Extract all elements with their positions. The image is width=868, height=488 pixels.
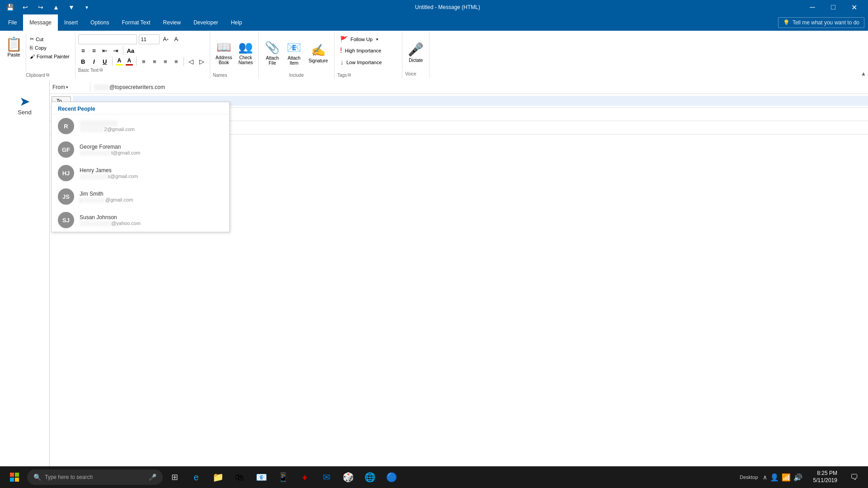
decrease-list-button[interactable]: ◁ <box>186 56 196 66</box>
tab-file[interactable]: File <box>2 14 23 31</box>
check-names-button[interactable]: 👥 CheckNames <box>236 34 255 70</box>
dictate-button[interactable]: 🎤 Dictate <box>405 34 426 70</box>
email-taskbar-icon: 📧 <box>256 472 267 483</box>
save-button[interactable]: 💾 <box>4 1 16 14</box>
tab-options[interactable]: Options <box>84 14 115 31</box>
titlebar: 💾 ↩ ↪ ▲ ▼ ▼ Untitled - Message (HTML) ─ … <box>0 0 868 14</box>
svg-rect-1 <box>15 473 19 477</box>
notification-button[interactable]: 🗨 <box>844 467 864 487</box>
send-button[interactable]: ➤ Send <box>9 89 40 120</box>
decrease-indent-button[interactable]: ⇤ <box>100 46 110 56</box>
numbered-list-button[interactable]: ≡ <box>89 46 99 56</box>
increase-list-button[interactable]: ▷ <box>197 56 207 66</box>
autocomplete-item-3[interactable]: HJ Henry James ░░░░░░░░s@gmail.com <box>52 161 229 185</box>
cut-button[interactable]: ✂ Cut <box>28 35 71 43</box>
app11-button[interactable]: 🔵 <box>382 467 401 487</box>
edge-button[interactable]: e <box>186 467 206 487</box>
email-taskbar-button[interactable]: 📧 <box>251 467 271 487</box>
font-size-select[interactable] <box>139 34 160 44</box>
tags-buttons: 🚩 Follow Up ▾ ! High Importance ↓ Low Im… <box>337 34 399 71</box>
tell-me-field[interactable]: 💡 Tell me what you want to do <box>778 17 864 28</box>
tab-format-text[interactable]: Format Text <box>115 14 156 31</box>
ribbon-collapse-button[interactable]: ▲ <box>859 69 868 79</box>
align-left-button[interactable]: ≡ <box>139 56 149 66</box>
bold-button[interactable]: B <box>78 56 88 66</box>
underline-button[interactable]: U <box>100 56 110 66</box>
high-importance-button[interactable]: ! High Importance <box>337 45 399 56</box>
increase-indent-button[interactable]: ⇥ <box>111 46 121 56</box>
taskbar-clock[interactable]: 8:25 PM 5/11/2019 <box>810 470 841 484</box>
app7-button[interactable]: ♦ <box>295 467 315 487</box>
follow-up-button[interactable]: 🚩 Follow Up ▾ <box>337 34 399 44</box>
autocomplete-item-1[interactable]: R ░░░░░░░░░░ ░░░░░░░2@gmail.com <box>52 114 229 138</box>
decrease-font-size-button[interactable]: A- <box>172 35 181 44</box>
down-arrow-button[interactable]: ▼ <box>65 1 78 14</box>
people-icon[interactable]: 👤 <box>770 473 779 482</box>
justify-button[interactable]: ≡ <box>171 56 181 66</box>
explorer-button[interactable]: 📁 <box>208 467 228 487</box>
taskbar-search[interactable]: 🔍 Type here to search 🎤 <box>27 469 163 485</box>
minimize-button[interactable]: ─ <box>802 0 823 14</box>
tags-expand-icon[interactable]: ⧉ <box>348 72 351 78</box>
autocomplete-item-5[interactable]: SJ Susan Johnson ░░░░░░░░░@yahoo.com <box>52 208 229 232</box>
tab-insert[interactable]: Insert <box>58 14 84 31</box>
phone-button[interactable]: 📱 <box>273 467 293 487</box>
from-dropdown-icon: ▾ <box>66 85 68 89</box>
maximize-button[interactable]: □ <box>823 0 844 14</box>
align-right-button[interactable]: ≡ <box>160 56 170 66</box>
high-importance-label: High Importance <box>345 48 382 53</box>
font-color-button[interactable]: A <box>125 57 134 66</box>
tab-help[interactable]: Help <box>225 14 249 31</box>
from-dropdown[interactable]: From ▾ <box>50 82 90 92</box>
highlight-color-button[interactable]: A <box>115 57 124 66</box>
app9-button[interactable]: 🎲 <box>338 467 358 487</box>
tab-review[interactable]: Review <box>157 14 187 31</box>
store-button[interactable]: 🛍 <box>230 467 250 487</box>
clipboard-expand-icon[interactable]: ⧉ <box>46 72 49 78</box>
start-button[interactable] <box>4 466 25 488</box>
signature-button[interactable]: ✍ Signature <box>306 34 330 72</box>
address-book-label: AddressBook <box>216 55 232 65</box>
from-row: From ▾ ░░░░@topsecretwriters.com <box>50 80 868 94</box>
dictate-label: Dictate <box>409 58 423 63</box>
network-icon[interactable]: 📶 <box>782 473 791 482</box>
system-tray: Desktop ∧ 👤 📶 🔊 <box>736 473 806 482</box>
copy-button[interactable]: ⎘ Copy <box>28 44 71 52</box>
attach-file-label: AttachFile <box>266 56 278 66</box>
autocomplete-item-2[interactable]: GF George Foreman ░░░░░░░░░t@gmail.com <box>52 138 229 161</box>
bullet-list-button[interactable]: ≡ <box>78 46 88 56</box>
format-painter-button[interactable]: 🖌 Format Painter <box>28 53 71 60</box>
tab-message[interactable]: Message <box>23 14 58 31</box>
volume-icon[interactable]: 🔊 <box>793 473 802 482</box>
basic-text-expand-icon[interactable]: ⧉ <box>99 67 103 73</box>
attach-item-button[interactable]: 📧 AttachItem <box>284 34 304 72</box>
increase-font-size-button[interactable]: A+ <box>161 35 170 44</box>
tab-developer[interactable]: Developer <box>187 14 225 31</box>
chrome-button[interactable]: 🌐 <box>360 467 380 487</box>
clear-formatting-button[interactable]: Aa <box>126 46 136 56</box>
task-view-button[interactable]: ⊞ <box>165 467 184 487</box>
low-importance-button[interactable]: ↓ Low Importance <box>337 57 399 68</box>
align-center-button[interactable]: ≡ <box>150 56 160 66</box>
clipboard-group-label: Clipboard ⧉ <box>2 72 73 78</box>
divider3 <box>136 57 137 66</box>
up-arrow-button[interactable]: ▲ <box>50 1 62 14</box>
paste-button[interactable]: 📋 Paste <box>2 34 26 71</box>
chevron-up-icon[interactable]: ∧ <box>763 474 767 481</box>
app7-icon: ♦ <box>302 472 307 483</box>
redo-button[interactable]: ↪ <box>34 1 47 14</box>
attach-file-button[interactable]: 📎 AttachFile <box>262 34 282 72</box>
outlook-button[interactable]: ✉ <box>316 467 336 487</box>
address-book-button[interactable]: 📖 AddressBook <box>213 34 235 70</box>
font-name-select[interactable] <box>78 34 137 44</box>
desktop-label[interactable]: Desktop <box>740 474 758 480</box>
paste-icon: 📋 <box>5 36 22 52</box>
italic-button[interactable]: I <box>89 56 99 66</box>
close-button[interactable]: ✕ <box>844 0 864 14</box>
undo-button[interactable]: ↩ <box>19 1 32 14</box>
taskbar-right: Desktop ∧ 👤 📶 🔊 8:25 PM 5/11/2019 🗨 <box>736 467 864 487</box>
contact-info-4: Jim Smith j░░░░░░░@gmail.com <box>80 191 133 202</box>
contact-avatar-4: JS <box>58 188 74 205</box>
autocomplete-item-4[interactable]: JS Jim Smith j░░░░░░░@gmail.com <box>52 185 229 208</box>
customize-qat-button[interactable]: ▼ <box>80 1 93 14</box>
